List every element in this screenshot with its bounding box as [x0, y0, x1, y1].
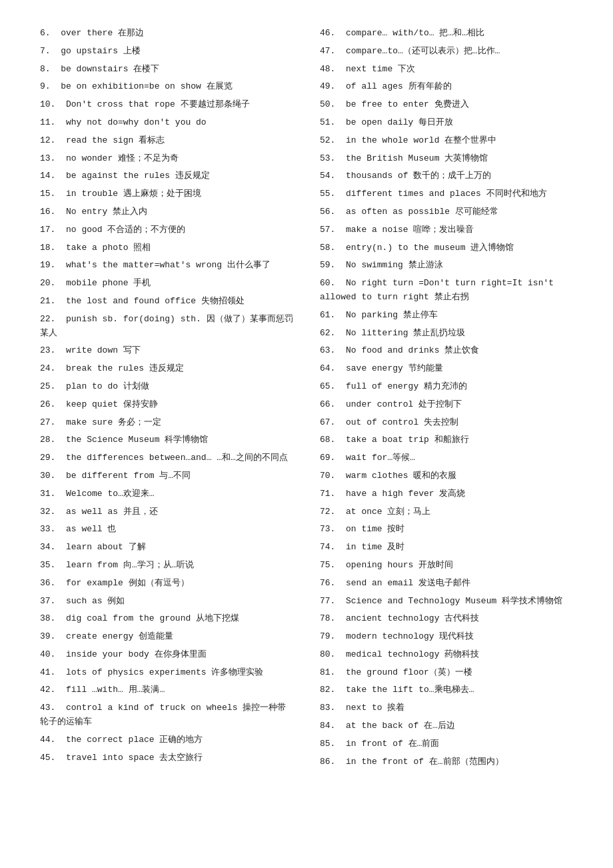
list-item: 33. as well 也: [40, 523, 293, 537]
list-item: 38. dig coal from the ground 从地下挖煤: [40, 612, 293, 626]
list-item: 47. compare…to…（还可以表示）把…比作…: [320, 45, 573, 59]
list-item: 16. No entry 禁止入内: [40, 205, 293, 219]
list-item: 81. the ground floor（英）一楼: [320, 666, 573, 680]
list-item: 62. No littering 禁止乱扔垃圾: [320, 327, 573, 341]
list-item: 34. learn about 了解: [40, 541, 293, 555]
list-item: 76. send an email 发送电子邮件: [320, 577, 573, 591]
list-item: 31. Welcome to…欢迎来…: [40, 487, 293, 501]
list-item: 64. save energy 节约能量: [320, 362, 573, 376]
list-item: 43. control a kind of truck on wheels 操控…: [40, 701, 293, 729]
list-item: 19. what's the matter=what's wrong 出什么事了: [40, 259, 293, 273]
list-item: 18. take a photo 照相: [40, 241, 293, 255]
list-item: 80. medical technology 药物科技: [320, 648, 573, 662]
list-item: 11. why not do=why don't you do: [40, 116, 293, 130]
list-item: 51. be open daily 每日开放: [320, 116, 573, 130]
list-item: 58. entry(n.) to the museum 进入博物馆: [320, 241, 573, 255]
list-item: 36. for example 例如（有逗号）: [40, 577, 293, 591]
list-item: 48. next time 下次: [320, 63, 573, 77]
list-item: 21. the lost and found office 失物招领处: [40, 295, 293, 309]
list-item: 28. the Science Museum 科学博物馆: [40, 433, 293, 447]
list-item: 86. in the front of 在…前部（范围内）: [320, 755, 573, 769]
list-item: 32. as well as 并且，还: [40, 505, 293, 519]
list-item: 61. No parking 禁止停车: [320, 309, 573, 323]
list-item: 57. make a noise 喧哗；发出噪音: [320, 223, 573, 237]
left-column: 6. over there 在那边7. go upstairs 上楼8. be …: [40, 27, 293, 773]
list-item: 56. as often as possible 尽可能经常: [320, 205, 573, 219]
list-item: 12. read the sign 看标志: [40, 134, 293, 148]
list-item: 20. mobile phone 手机: [40, 277, 293, 291]
list-item: 29. the differences between…and… …和…之间的不…: [40, 451, 293, 465]
list-item: 39. create energy 创造能量: [40, 630, 293, 644]
list-item: 65. full of energy 精力充沛的: [320, 380, 573, 394]
list-item: 6. over there 在那边: [40, 27, 293, 41]
list-item: 35. learn from 向…学习；从…听说: [40, 559, 293, 573]
list-item: 46. compare… with/to… 把…和…相比: [320, 27, 573, 41]
list-item: 13. no wonder 难怪；不足为奇: [40, 152, 293, 166]
list-item: 50. be free to enter 免费进入: [320, 98, 573, 112]
list-item: 67. out of control 失去控制: [320, 416, 573, 430]
list-item: 45. travel into space 去太空旅行: [40, 751, 293, 765]
list-item: 63. No food and drinks 禁止饮食: [320, 344, 573, 358]
list-item: 9. be on exhibition=be on show 在展览: [40, 80, 293, 94]
list-item: 7. go upstairs 上楼: [40, 45, 293, 59]
list-item: 27. make sure 务必；一定: [40, 416, 293, 430]
list-item: 53. the British Museum 大英博物馆: [320, 152, 573, 166]
list-item: 42. fill …with… 用…装满…: [40, 683, 293, 697]
list-item: 66. under control 处于控制下: [320, 398, 573, 412]
list-item: 23. write down 写下: [40, 344, 293, 358]
list-item: 8. be downstairs 在楼下: [40, 63, 293, 77]
list-item: 73. on time 按时: [320, 523, 573, 537]
main-content: 6. over there 在那边7. go upstairs 上楼8. be …: [40, 27, 573, 773]
list-item: 85. in front of 在…前面: [320, 737, 573, 751]
list-item: 83. next to 挨着: [320, 701, 573, 715]
list-item: 22. punish sb. for(doing) sth. 因（做了）某事而惩…: [40, 313, 293, 341]
list-item: 79. modern technology 现代科技: [320, 630, 573, 644]
list-item: 30. be different from 与…不同: [40, 469, 293, 483]
list-item: 15. in trouble 遇上麻烦；处于困境: [40, 187, 293, 201]
list-item: 44. the correct place 正确的地方: [40, 733, 293, 747]
list-item: 26. keep quiet 保持安静: [40, 398, 293, 412]
list-item: 37. such as 例如: [40, 595, 293, 609]
list-item: 70. warm clothes 暖和的衣服: [320, 469, 573, 483]
right-column: 46. compare… with/to… 把…和…相比47. compare……: [320, 27, 573, 773]
list-item: 14. be against the rules 违反规定: [40, 169, 293, 183]
list-item: 84. at the back of 在…后边: [320, 719, 573, 733]
list-item: 24. break the rules 违反规定: [40, 362, 293, 376]
list-item: 10. Don't cross that rope 不要越过那条绳子: [40, 98, 293, 112]
list-item: 68. take a boat trip 和船旅行: [320, 433, 573, 447]
list-item: 72. at once 立刻；马上: [320, 505, 573, 519]
list-item: 55. different times and places 不同时代和地方: [320, 187, 573, 201]
list-item: 82. take the lift to…乘电梯去…: [320, 683, 573, 697]
list-item: 75. opening hours 开放时间: [320, 559, 573, 573]
list-item: 78. ancient technology 古代科技: [320, 612, 573, 626]
list-item: 17. no good 不合适的；不方便的: [40, 223, 293, 237]
list-item: 54. thousands of 数千的；成千上万的: [320, 169, 573, 183]
list-item: 52. in the whole world 在整个世界中: [320, 134, 573, 148]
list-item: 71. have a high fever 发高烧: [320, 487, 573, 501]
list-item: 77. Science and Technology Museum 科学技术博物…: [320, 595, 573, 609]
list-item: 41. lots of physics experiments 许多物理实验: [40, 666, 293, 680]
list-item: 25. plan to do 计划做: [40, 380, 293, 394]
list-item: 40. inside your body 在你身体里面: [40, 648, 293, 662]
list-item: 74. in time 及时: [320, 541, 573, 555]
list-item: 60. No right turn =Don't turn right=It i…: [320, 277, 573, 305]
list-item: 69. wait for…等候…: [320, 451, 573, 465]
list-item: 59. No swimming 禁止游泳: [320, 259, 573, 273]
list-item: 49. of all ages 所有年龄的: [320, 80, 573, 94]
